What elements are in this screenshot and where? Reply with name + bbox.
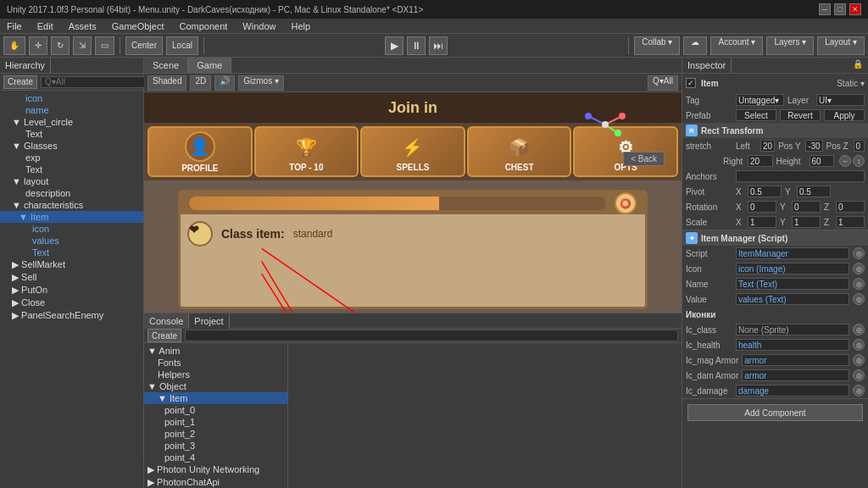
hierarchy-search[interactable]: [41, 76, 157, 88]
tree-item[interactable]: icon: [0, 223, 143, 235]
ic-class-field[interactable]: None (Sprite): [736, 324, 849, 336]
tree-item[interactable]: description: [0, 187, 143, 199]
tree-item[interactable]: ▶ Close: [0, 297, 143, 309]
scale-z-field[interactable]: 1: [836, 216, 865, 228]
ic-dam-circle[interactable]: ◎: [853, 369, 865, 381]
ic-dam-field[interactable]: armor: [742, 369, 849, 381]
tree-item[interactable]: ▶ PanelSearchEnemy: [0, 309, 143, 322]
stretch-v-button[interactable]: ↕: [853, 155, 865, 167]
project-tab[interactable]: Project: [189, 313, 229, 329]
step-button[interactable]: ⏭: [429, 36, 448, 55]
tree-item[interactable]: ▼ Object: [144, 380, 287, 392]
value-select-circle[interactable]: ◎: [853, 293, 865, 305]
menu-edit[interactable]: Edit: [34, 21, 57, 31]
close-button[interactable]: ✕: [849, 3, 861, 15]
icon-field[interactable]: icon (Image): [736, 263, 849, 274]
tree-item[interactable]: point_3: [144, 440, 287, 452]
menu-file[interactable]: File: [3, 21, 25, 31]
layers-button[interactable]: Layers ▾: [766, 36, 814, 55]
game-tab[interactable]: Game: [188, 58, 231, 73]
posy-field[interactable]: -30: [805, 140, 822, 152]
shaded-button[interactable]: Shaded: [147, 75, 186, 91]
local-button[interactable]: Local: [166, 36, 198, 55]
nav-spells[interactable]: ⚡ SPELLS: [360, 126, 465, 177]
anchors-field[interactable]: [736, 170, 865, 182]
menu-help[interactable]: Help: [287, 21, 314, 31]
tree-item[interactable]: values: [0, 235, 143, 247]
stretch-h-button[interactable]: ↔: [839, 155, 851, 167]
scene-tab[interactable]: Scene: [144, 58, 188, 73]
right-field[interactable]: 20: [748, 155, 773, 167]
tag-dropdown[interactable]: Untagged▾: [736, 94, 784, 106]
tool-hand[interactable]: ✋: [3, 36, 25, 55]
tree-item[interactable]: Text: [0, 128, 143, 140]
tree-item[interactable]: point_0: [144, 404, 287, 416]
prefab-revert-button[interactable]: Revert: [780, 109, 821, 121]
project-create-button[interactable]: Create: [147, 329, 181, 342]
tree-item[interactable]: point_2: [144, 428, 287, 440]
tree-item[interactable]: ▶ PutOn: [0, 284, 143, 297]
pause-button[interactable]: ⏸: [407, 36, 426, 55]
window-controls[interactable]: ─ □ ✕: [819, 3, 861, 15]
item-manager-header[interactable]: ✦ Item Manager (Script): [682, 230, 868, 246]
scale-x-field[interactable]: 1: [748, 216, 776, 228]
menu-window[interactable]: Window: [239, 21, 279, 31]
tree-item[interactable]: ▶ PhotonChatApi: [144, 476, 287, 488]
prefab-select-button[interactable]: Select: [736, 109, 776, 121]
tree-item-object[interactable]: ▼ Item: [144, 392, 287, 404]
name-select-circle[interactable]: ◎: [853, 278, 865, 290]
collab-button[interactable]: Collab ▾: [634, 36, 680, 55]
layout-button[interactable]: Layout ▾: [817, 36, 865, 55]
ic-mag-field[interactable]: armor: [742, 354, 849, 366]
menu-assets[interactable]: Assets: [65, 21, 100, 31]
hierarchy-tab[interactable]: Hierarchy: [0, 58, 51, 73]
tree-item[interactable]: point_4: [144, 452, 287, 463]
tool-rect[interactable]: ▭: [95, 36, 114, 55]
tree-item[interactable]: icon: [0, 92, 143, 104]
tool-rotate[interactable]: ↻: [51, 36, 70, 55]
value-field[interactable]: values (Text): [736, 293, 849, 305]
ic-health-circle[interactable]: ◎: [853, 339, 865, 351]
tree-item[interactable]: Fonts: [144, 357, 287, 369]
back-button[interactable]: < Back: [623, 152, 665, 166]
rot-y-field[interactable]: 0: [792, 201, 821, 213]
pivot-x-field[interactable]: 0.5: [748, 186, 782, 197]
tree-item[interactable]: ▼ characteristics: [0, 199, 143, 211]
posz-field[interactable]: 0: [854, 140, 865, 152]
prefab-apply-button[interactable]: Apply: [824, 109, 865, 121]
layer-dropdown[interactable]: UI▾: [816, 94, 865, 106]
ic-class-circle[interactable]: ◎: [853, 324, 865, 336]
scene-search[interactable]: Q▾All: [648, 75, 678, 91]
tree-item[interactable]: ▼ Level_circle: [0, 116, 143, 128]
name-field[interactable]: Text (Text): [736, 278, 849, 290]
project-search[interactable]: [185, 330, 678, 341]
ic-damage-field[interactable]: damage: [736, 385, 849, 396]
script-field[interactable]: ItemManager: [736, 247, 849, 259]
nav-chest[interactable]: 📦 CHEST: [467, 126, 572, 177]
play-button[interactable]: ▶: [385, 36, 403, 55]
tree-item[interactable]: name: [0, 104, 143, 116]
tree-item-item[interactable]: ▼ Item: [0, 211, 143, 223]
inspector-tab[interactable]: Inspector: [682, 58, 732, 73]
cloud-button[interactable]: ☁: [683, 36, 707, 55]
ic-mag-circle[interactable]: ◎: [853, 354, 865, 366]
tree-item[interactable]: Text: [0, 164, 143, 175]
minimize-button[interactable]: ─: [819, 3, 831, 15]
static-button[interactable]: Static ▾: [837, 79, 865, 88]
ic-damage-circle[interactable]: ◎: [853, 385, 865, 396]
tree-item[interactable]: ▼ layout: [0, 175, 143, 187]
tree-item[interactable]: ▼ Glasses: [0, 140, 143, 152]
lock-icon[interactable]: 🔒: [848, 58, 868, 73]
tree-item[interactable]: Helpers: [144, 369, 287, 380]
tree-item[interactable]: exp: [0, 152, 143, 164]
console-tab[interactable]: Console: [144, 313, 189, 329]
rot-x-field[interactable]: 0: [748, 201, 776, 213]
left-field[interactable]: 20: [760, 140, 775, 152]
pivot-y-field[interactable]: 0.5: [797, 186, 831, 197]
tool-scale[interactable]: ⇲: [73, 36, 92, 55]
tree-item[interactable]: ▶ Photon Unity Networking: [144, 463, 287, 476]
scale-y-field[interactable]: 1: [792, 216, 821, 228]
tree-item[interactable]: ▶ SellMarket: [0, 258, 143, 271]
account-button[interactable]: Account ▾: [710, 36, 763, 55]
icon-select-circle[interactable]: ◎: [853, 263, 865, 274]
